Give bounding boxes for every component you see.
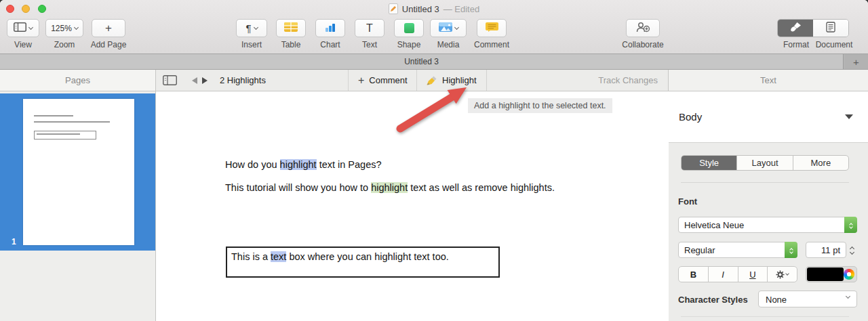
gear-icon <box>776 270 785 279</box>
inspector-toggle-group <box>777 19 849 37</box>
comment-button[interactable]: Comment <box>473 19 510 49</box>
page-number: 1 <box>12 237 16 247</box>
plus-icon: + <box>105 22 112 35</box>
text-button[interactable]: T Text <box>353 19 387 49</box>
thumbnail-text-line <box>34 115 73 116</box>
paragraph-style-row[interactable]: Body <box>669 91 868 143</box>
zoom-control[interactable]: 125% Zoom <box>45 19 84 49</box>
text-label: Text <box>362 40 377 49</box>
text-inspector-panel: Body Style Layout More Font Helvetica Ne… <box>669 91 868 321</box>
comment-icon <box>486 22 498 35</box>
next-highlight-icon[interactable] <box>202 77 208 84</box>
document-body-line[interactable]: This tutorial will show you how to highl… <box>225 182 555 193</box>
view-button[interactable]: View <box>5 19 41 49</box>
sidebar-toggle-icon[interactable] <box>163 75 177 85</box>
tab-bar: Untitled 3 + <box>0 54 868 70</box>
window-title-row: Untitled 3 — Edited <box>0 3 868 15</box>
document-proxy-icon[interactable] <box>389 3 398 14</box>
divider <box>681 316 849 317</box>
tab-layout[interactable]: Layout <box>737 156 793 170</box>
chevron-down-icon <box>74 24 79 29</box>
chevron-down-icon <box>849 225 853 229</box>
chevron-down-icon <box>850 250 854 255</box>
text-box-content: This is a text box where you can highlig… <box>231 251 449 262</box>
collaborate-icon <box>635 22 651 35</box>
chart-icon <box>325 22 336 35</box>
table-label: Table <box>281 40 301 49</box>
document-label: Document <box>815 40 853 49</box>
document-text-box[interactable]: This is a text box where you can highlig… <box>226 247 500 278</box>
italic-button[interactable]: I <box>709 267 738 282</box>
window-edited-status: — Edited <box>443 4 479 14</box>
pages-header-label: Pages <box>65 75 90 85</box>
color-wheel-icon[interactable] <box>844 269 854 280</box>
shape-button[interactable]: Shape <box>392 19 426 49</box>
collaborate-label: Collaborate <box>622 40 663 49</box>
inspector-toggle-labels: Format Document <box>777 40 853 49</box>
red-annotation-arrow <box>389 83 472 135</box>
font-family-value: Helvetica Neue <box>684 220 744 230</box>
chart-label: Chart <box>320 40 340 49</box>
nav-group: 2 Highlights <box>163 70 266 91</box>
pages-sidebar: 1 <box>0 91 156 321</box>
document-button[interactable] <box>813 20 848 37</box>
character-styles-value: None <box>766 295 787 305</box>
font-weight-value: Regular <box>684 245 715 255</box>
blue-highlighted-word: highlight <box>280 159 317 170</box>
chart-button[interactable]: Chart <box>313 19 347 49</box>
page-thumbnail-selection[interactable]: 1 <box>0 93 155 251</box>
page-1-thumbnail[interactable] <box>23 99 134 245</box>
inspector-tabs: Style Layout More <box>681 155 849 171</box>
insert-label: Insert <box>241 40 262 49</box>
character-styles-select[interactable]: None <box>758 291 857 307</box>
chevron-down-icon <box>846 294 850 299</box>
tab-untitled-3[interactable]: Untitled 3 <box>0 54 844 69</box>
font-family-stepper[interactable] <box>844 217 857 233</box>
text-color-well[interactable] <box>806 266 857 282</box>
text-box-text: This is a <box>231 251 271 262</box>
paragraph-style-value: Body <box>679 111 702 123</box>
previous-highlight-icon[interactable] <box>192 77 197 84</box>
font-size-stepper[interactable] <box>850 245 854 254</box>
font-family-select[interactable]: Helvetica Neue <box>678 217 857 233</box>
media-icon <box>439 22 452 35</box>
document-canvas[interactable]: Add a highlight to the selected text. Ho… <box>157 91 668 321</box>
chevron-down-icon <box>253 24 258 29</box>
bold-button[interactable]: B <box>679 267 709 282</box>
tab-style[interactable]: Style <box>682 156 737 170</box>
text-tool-icon: T <box>366 22 373 35</box>
heading-text: text in Pages? <box>317 159 382 170</box>
advanced-options-button[interactable] <box>768 267 797 282</box>
text-inspector-header: Text <box>668 70 868 91</box>
table-button[interactable]: Table <box>274 19 308 49</box>
window-title: Untitled 3 <box>402 4 439 14</box>
collaborate-button[interactable]: Collaborate <box>624 19 662 49</box>
divider <box>348 70 349 91</box>
new-tab-button[interactable]: + <box>844 54 868 69</box>
font-size-value: 11 pt <box>821 245 840 255</box>
tab-more[interactable]: More <box>793 156 848 170</box>
heading-text: How do you <box>225 159 280 170</box>
font-size-field[interactable]: 11 pt <box>806 242 846 258</box>
color-swatch-black[interactable] <box>807 268 844 281</box>
body-text: text as well as remove highlights. <box>408 182 555 193</box>
document-heading[interactable]: How do you highlight text in Pages? <box>225 159 382 170</box>
media-label: Media <box>437 40 460 49</box>
add-page-button[interactable]: + Add Page <box>90 19 127 49</box>
media-button[interactable]: Media <box>430 19 467 49</box>
plus-icon: + <box>358 74 364 87</box>
text-style-buttons: B I U <box>678 266 797 282</box>
view-label: View <box>14 40 32 49</box>
underline-button[interactable]: U <box>738 267 768 282</box>
insert-button[interactable]: ¶ Insert <box>235 19 269 49</box>
character-styles-label: Character Styles <box>678 295 748 305</box>
thumbnail-text-line <box>37 133 80 135</box>
green-highlighted-word: highlight <box>371 182 408 193</box>
font-weight-select[interactable]: Regular <box>678 242 797 258</box>
format-button[interactable] <box>778 20 813 37</box>
font-weight-stepper[interactable] <box>785 242 797 258</box>
divider <box>681 182 849 183</box>
chevron-down-icon <box>785 272 789 276</box>
zoom-value: 125% <box>51 24 72 33</box>
disclosure-triangle-icon[interactable] <box>845 114 853 119</box>
